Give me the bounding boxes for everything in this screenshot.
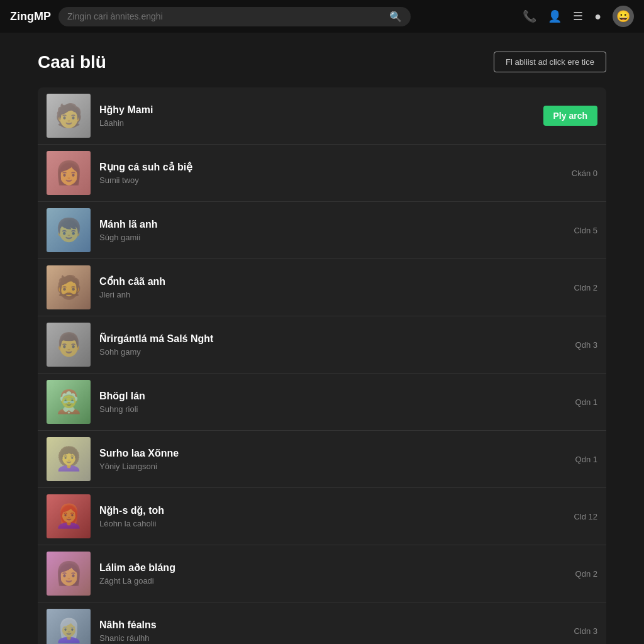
song-title: Surho laa Xõnne [99, 448, 551, 459]
song-title: Nğh-s dğ, toh [99, 505, 551, 516]
song-artist: Lâahin [99, 118, 535, 128]
song-item[interactable]: 👨 Ñrirgántlá má Salś Nght Sohh gamy Qdh … [38, 316, 606, 374]
thumb-face-icon: 👩‍🦱 [55, 446, 83, 472]
song-title: Cổnh câã anh [99, 275, 551, 287]
thumb-face-icon: 🧑 [55, 103, 83, 129]
song-artist: Yôniy Liangsoni [99, 462, 551, 471]
song-title: Bhögl lán [99, 391, 551, 402]
app-logo[interactable]: ZingMP [10, 10, 51, 23]
song-info: Ñrirgántlá má Salś Nght Sohh gamy [99, 333, 551, 357]
thumb-face-icon: 👩‍🦰 [55, 503, 83, 530]
song-info: Cổnh câã anh Jleri anh [99, 275, 551, 299]
song-artist: Suhng rioli [99, 404, 551, 414]
song-info: Lálim aðe bláng Záght Là goadi [99, 562, 551, 586]
song-item[interactable]: 👩‍🦱 Surho laa Xõnne Yôniy Liangsoni Qdn … [38, 431, 606, 488]
song-thumbnail: 👩‍🦱 [47, 437, 91, 481]
song-thumbnail: 👨 [47, 323, 91, 367]
page-header: Caai blü Fl abliist ad click ere tice [38, 52, 606, 72]
song-info: Nâhh féalns Shanic ráulhh [99, 619, 551, 643]
song-item[interactable]: 👩‍🦳 Nâhh féalns Shanic ráulhh Cldn 3 [38, 602, 606, 644]
song-artist: Sumii twoy [99, 175, 551, 185]
song-meta: Qdn 1 [560, 397, 597, 407]
search-icon: 🔍 [389, 11, 402, 23]
notification-icon[interactable]: ● [594, 10, 601, 23]
song-artist: Sohh gamy [99, 347, 551, 357]
menu-icon[interactable]: ☰ [573, 9, 583, 23]
song-info: Surho laa Xõnne Yôniy Liangsoni [99, 448, 551, 471]
song-artist: Shanic ráulhh [99, 633, 551, 643]
song-item[interactable]: 👦 Mánh lã anh Súgh gamii Cldn 5 [38, 202, 606, 259]
song-info: Nğh-s dğ, toh Léohn la caholii [99, 505, 551, 528]
song-thumbnail: 👩‍🦰 [47, 494, 91, 538]
play-button[interactable]: Ply arch [543, 106, 597, 126]
phone-icon[interactable]: 📞 [523, 9, 536, 23]
search-input[interactable] [67, 11, 389, 21]
song-thumbnail: 👩 [47, 151, 91, 195]
song-artist: Záght Là goadi [99, 576, 551, 586]
search-bar[interactable]: 🔍 [58, 7, 411, 26]
thumb-face-icon: 👩 [55, 560, 83, 587]
song-item[interactable]: 👩‍🦰 Nğh-s dğ, toh Léohn la caholii Cld 1… [38, 488, 606, 545]
thumb-face-icon: 👦 [55, 217, 83, 243]
song-meta: Cldn 3 [560, 626, 597, 636]
song-list: 🧑 Hğhy Mami Lâahin Ply arch👩 Rụng cá suh… [38, 87, 606, 644]
song-meta: Cldn 2 [560, 283, 597, 292]
song-info: Rụng cá suh cả biệ Sumii twoy [99, 161, 551, 185]
thumb-face-icon: 🤶 [55, 389, 83, 415]
song-meta: Qdn 2 [560, 569, 597, 579]
song-title: Hğhy Mami [99, 104, 535, 116]
song-title: Mánh lã anh [99, 219, 551, 230]
song-meta: Cldn 5 [560, 226, 597, 235]
song-title: Lálim aðe bláng [99, 562, 551, 574]
song-title: Nâhh féalns [99, 619, 551, 631]
page-title: Caai blü [38, 52, 106, 72]
song-item[interactable]: 🤶 Bhögl lán Suhng rioli Qdn 1 [38, 374, 606, 431]
song-meta: Ckán 0 [560, 169, 597, 178]
song-item[interactable]: 👩 Lálim aðe bláng Záght Là goadi Qdn 2 [38, 545, 606, 602]
avatar[interactable]: 😀 [613, 6, 634, 27]
song-info: Hğhy Mami Lâahin [99, 104, 535, 128]
thumb-face-icon: 🧔 [55, 274, 83, 301]
avatar-icon: 😀 [616, 9, 630, 23]
song-meta: Cld 12 [560, 512, 597, 521]
song-artist: Jleri anh [99, 290, 551, 299]
song-thumbnail: 👩‍🦳 [47, 609, 91, 644]
song-meta: Qdh 3 [560, 340, 597, 350]
navbar: ZingMP 🔍 📞 👤 ☰ ● 😀 [0, 0, 644, 33]
thumb-face-icon: 👨 [55, 331, 83, 358]
page-action-button[interactable]: Fl abliist ad click ere tice [494, 52, 606, 72]
song-thumbnail: 👦 [47, 208, 91, 252]
song-item[interactable]: 🧑 Hğhy Mami Lâahin Ply arch [38, 87, 606, 145]
song-info: Mánh lã anh Súgh gamii [99, 219, 551, 242]
song-thumbnail: 🧑 [47, 94, 91, 138]
user-icon[interactable]: 👤 [548, 9, 562, 23]
song-meta: Qdn 1 [560, 455, 597, 464]
song-title: Ñrirgántlá má Salś Nght [99, 333, 551, 345]
song-thumbnail: 🧔 [47, 265, 91, 309]
song-item[interactable]: 👩 Rụng cá suh cả biệ Sumii twoy Ckán 0 [38, 145, 606, 202]
navbar-icons: 📞 👤 ☰ ● 😀 [523, 6, 634, 27]
thumb-face-icon: 👩‍🦳 [55, 618, 83, 644]
song-item[interactable]: 🧔 Cổnh câã anh Jleri anh Cldn 2 [38, 259, 606, 316]
song-title: Rụng cá suh cả biệ [99, 161, 551, 173]
song-info: Bhögl lán Suhng rioli [99, 391, 551, 414]
song-artist: Súgh gamii [99, 233, 551, 242]
main-content: Caai blü Fl abliist ad click ere tice 🧑 … [0, 33, 644, 644]
song-thumbnail: 👩 [47, 552, 91, 596]
thumb-face-icon: 👩 [55, 160, 83, 186]
song-artist: Léohn la caholii [99, 519, 551, 528]
song-thumbnail: 🤶 [47, 380, 91, 424]
